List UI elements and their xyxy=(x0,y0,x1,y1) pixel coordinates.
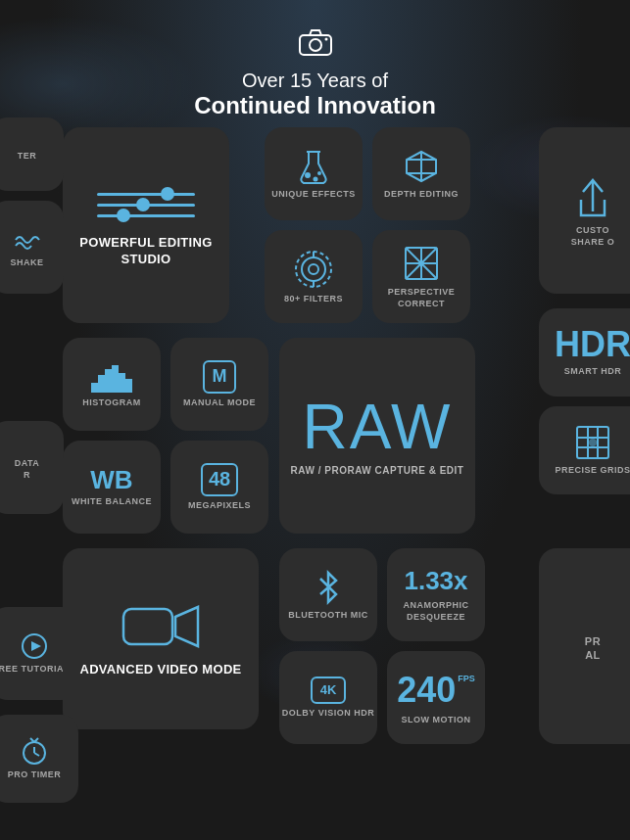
slider-2 xyxy=(97,204,195,207)
tile-dolby-vision[interactable]: 4K DOLBY VISION HDR xyxy=(279,651,377,744)
custom-label: CUSTOSHARE O xyxy=(571,225,615,248)
editing-label: POWERFUL EDITING STUDIO xyxy=(63,235,229,268)
manual-label: MANUAL MODE xyxy=(183,397,256,409)
svg-point-33 xyxy=(590,440,596,445)
tile-unique-effects[interactable]: UNIQUE EFFECTS xyxy=(265,127,363,220)
flask-icon xyxy=(298,148,329,185)
tile-manual-mode[interactable]: M MANUAL MODE xyxy=(170,338,268,431)
filters-label: 80+ FILTERS xyxy=(284,294,343,305)
svg-line-40 xyxy=(34,738,38,742)
cube-icon xyxy=(403,148,440,185)
tile-pro-alert[interactable]: PRAL xyxy=(539,548,630,744)
svg-point-14 xyxy=(309,264,318,274)
proal-label: PRAL xyxy=(585,634,601,663)
main-content: Over 15 Years of Continued Innovation PO… xyxy=(0,0,630,840)
4k-box: 4K xyxy=(311,677,346,704)
tile-depth-editing[interactable]: DEPTH EDITING xyxy=(372,127,470,220)
header: Over 15 Years of Continued Innovation xyxy=(0,0,630,137)
manual-icon: M xyxy=(203,360,236,394)
svg-rect-23 xyxy=(99,376,104,392)
tile-data[interactable]: DATAR xyxy=(0,421,64,514)
4k-icon: 4K xyxy=(311,677,346,704)
sliders-icon xyxy=(87,183,205,227)
m-box: M xyxy=(203,360,236,394)
tile-pro-timer[interactable]: PRO TIMER xyxy=(0,715,78,803)
tile-shake[interactable]: SHAKE xyxy=(0,201,64,294)
knob-3 xyxy=(117,209,130,222)
tile-white-balance[interactable]: WB WHITE BALANCE xyxy=(63,441,161,534)
features-grid: POWERFUL EDITING STUDIO SHAKE TER xyxy=(0,127,630,840)
svg-rect-36 xyxy=(123,609,172,644)
svg-line-42 xyxy=(34,753,39,756)
slider-1 xyxy=(97,193,195,196)
tile-hdr[interactable]: HDR SMART HDR xyxy=(539,308,630,397)
tile-raw[interactable]: RAW RAW / PRORAW CAPTURE & EDIT xyxy=(279,338,475,534)
camera-icon xyxy=(0,27,630,64)
svg-point-2 xyxy=(324,38,327,41)
svg-rect-26 xyxy=(120,374,124,392)
anamorphic-number: 1.33x xyxy=(404,566,467,596)
svg-point-5 xyxy=(315,177,317,180)
unique-label: UNIQUE EFFECTS xyxy=(271,189,356,201)
bluetooth-label: BLUETOOTH MIC xyxy=(288,610,367,622)
svg-point-4 xyxy=(306,173,310,177)
video-icon xyxy=(121,599,200,654)
depth-label: DEPTH EDITING xyxy=(384,189,459,201)
tile-advanced-video[interactable]: ADVANCED VIDEO MODE xyxy=(63,548,259,729)
data-label: DATAR xyxy=(15,458,40,481)
svg-marker-35 xyxy=(31,641,41,651)
slider-3 xyxy=(97,214,195,217)
svg-point-1 xyxy=(310,39,321,51)
header-title: Continued Innovation xyxy=(0,92,630,119)
share-icon xyxy=(573,172,612,221)
tile-anamorphic[interactable]: 1.33x ANAMORPHIC DESQUEEZE xyxy=(387,548,485,641)
grids-icon xyxy=(574,424,611,461)
knob-2 xyxy=(136,198,150,211)
bluetooth-icon xyxy=(315,569,342,606)
raw-label: RAW / PRORAW CAPTURE & EDIT xyxy=(291,464,464,477)
shake-icon xyxy=(12,226,43,254)
svg-point-6 xyxy=(318,172,320,174)
tile-histogram[interactable]: HISTOGRAM xyxy=(63,338,161,431)
histogram-icon xyxy=(90,360,133,394)
svg-rect-24 xyxy=(106,370,111,392)
tile-precise-grids[interactable]: PRECISE GRIDS xyxy=(539,406,630,494)
grids-label: PRECISE GRIDS xyxy=(555,465,630,477)
raw-text: RAW xyxy=(303,396,453,458)
fps-label: FPS xyxy=(458,674,475,683)
video-label: ADVANCED VIDEO MODE xyxy=(79,662,241,678)
protimer-label: PRO TIMER xyxy=(8,770,62,781)
tile-bluetooth-mic[interactable]: BLUETOOTH MIC xyxy=(279,548,377,641)
tile-slow-motion[interactable]: 240 FPS SLOW MOTION xyxy=(387,651,485,744)
wb-label: WHITE BALANCE xyxy=(72,496,152,508)
slowmo-display: 240 FPS xyxy=(397,670,475,711)
svg-line-39 xyxy=(30,738,34,742)
ter-label: TER xyxy=(18,151,37,163)
slowmo-label: SLOW MOTION xyxy=(402,715,471,726)
filters-icon xyxy=(293,249,334,290)
shake-label: SHAKE xyxy=(10,257,43,269)
tile-editing-studio[interactable]: POWERFUL EDITING STUDIO xyxy=(63,127,229,323)
svg-marker-37 xyxy=(175,607,198,646)
tile-custom-share[interactable]: CUSTOSHARE O xyxy=(539,127,630,294)
svg-rect-22 xyxy=(92,384,97,392)
knob-1 xyxy=(161,187,174,201)
tile-ter[interactable]: TER xyxy=(0,117,64,191)
tile-megapixels[interactable]: 48 MEGAPIXELS xyxy=(170,441,268,534)
tile-perspective[interactable]: PERSPECTIVE CORRECT xyxy=(372,230,470,323)
timer-icon xyxy=(20,736,49,766)
mp-number: 48 xyxy=(209,468,230,490)
svg-rect-27 xyxy=(126,380,131,392)
play-icon xyxy=(21,632,48,660)
slowmo-number: 240 xyxy=(397,670,456,711)
hdr-text: HDR xyxy=(555,327,630,362)
megapixels-label: MEGAPIXELS xyxy=(188,500,251,512)
hdr-label: SMART HDR xyxy=(564,366,622,378)
mp-box: 48 xyxy=(201,463,238,496)
histogram-label: HISTOGRAM xyxy=(82,397,140,409)
tile-filters[interactable]: 80+ FILTERS xyxy=(265,230,363,323)
perspective-label: PERSPECTIVE CORRECT xyxy=(372,287,470,309)
header-subtitle: Over 15 Years of xyxy=(0,70,630,92)
wb-text: WB xyxy=(90,467,132,492)
svg-point-13 xyxy=(302,257,325,281)
